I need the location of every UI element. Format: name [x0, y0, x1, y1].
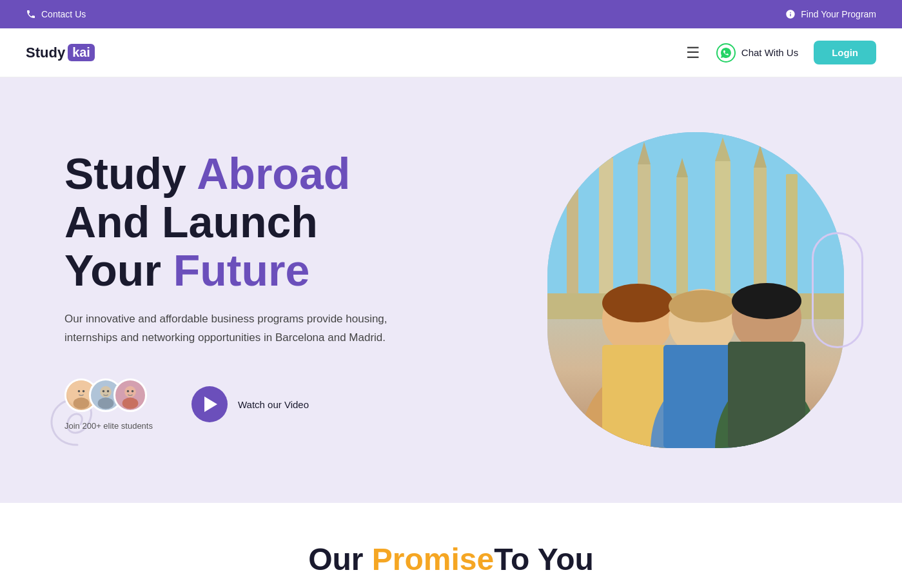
- nav-right: ☰ Chat With Us Login: [686, 41, 876, 64]
- promise-our: Our: [308, 542, 372, 576]
- logo-study-text: Study: [26, 44, 65, 61]
- svg-point-2: [74, 397, 90, 409]
- svg-rect-13: [547, 132, 844, 313]
- promise-highlight: Promise: [372, 542, 494, 576]
- hero-title-launch: And Launch: [64, 197, 318, 246]
- hero-title: Study Abroad And Launch Your Future: [64, 150, 541, 294]
- hero-title-study: Study: [64, 149, 197, 198]
- svg-rect-22: [715, 161, 730, 306]
- hero-bottom-row: Join 200+ elite students Watch our Video: [64, 378, 541, 431]
- svg-point-12: [132, 390, 134, 393]
- hero-section: Study Abroad And Launch Your Future Our …: [0, 77, 902, 503]
- whatsapp-chat-button[interactable]: Chat With Us: [716, 43, 798, 63]
- svg-point-4: [83, 390, 85, 393]
- hamburger-icon[interactable]: ☰: [686, 44, 700, 62]
- play-button[interactable]: [191, 386, 228, 422]
- top-bar-contact[interactable]: Contact Us: [26, 9, 86, 19]
- logo-kai-badge: kai: [68, 44, 95, 61]
- phone-icon: [26, 9, 36, 19]
- svg-point-8: [107, 390, 110, 393]
- svg-rect-18: [638, 164, 651, 303]
- top-bar-find-program[interactable]: Find Your Program: [785, 9, 876, 19]
- watch-video-group[interactable]: Watch our Video: [191, 386, 309, 422]
- hero-image-right: [541, 132, 850, 448]
- login-button[interactable]: Login: [814, 41, 876, 64]
- svg-rect-16: [599, 158, 613, 300]
- contact-label: Contact Us: [41, 9, 86, 19]
- accent-circle-decoration: [812, 232, 863, 348]
- svg-point-40: [602, 284, 673, 355]
- avatars-group: Join 200+ elite students: [64, 378, 153, 431]
- hero-description: Our innovative and affordable business p…: [64, 310, 426, 348]
- hero-title-future: Future: [173, 246, 310, 295]
- svg-point-7: [103, 390, 105, 393]
- svg-point-6: [98, 397, 114, 409]
- svg-point-11: [127, 390, 130, 393]
- info-icon: [785, 9, 796, 19]
- hero-title-abroad: Abroad: [197, 149, 350, 198]
- join-label: Join 200+ elite students: [64, 421, 153, 431]
- svg-rect-14: [567, 171, 578, 300]
- watch-video-label: Watch our Video: [238, 399, 309, 410]
- svg-rect-20: [676, 177, 688, 306]
- navbar: Study kai ☰ Chat With Us Login: [0, 28, 902, 77]
- whatsapp-icon: [716, 43, 736, 63]
- promise-title: Our PromiseTo You: [64, 542, 838, 577]
- avatar-3: [113, 378, 147, 412]
- find-program-label: Find Your Program: [801, 9, 876, 19]
- chat-with-us-label: Chat With Us: [741, 47, 798, 58]
- logo[interactable]: Study kai: [26, 44, 95, 61]
- hero-photo-container: [547, 132, 844, 448]
- avatars-row: [64, 378, 138, 412]
- hero-title-your: Your: [64, 246, 173, 295]
- promise-section: Our PromiseTo You Are you looking to exp…: [0, 503, 902, 588]
- svg-point-3: [78, 390, 81, 393]
- svg-rect-36: [728, 342, 805, 448]
- svg-point-10: [123, 397, 139, 409]
- top-bar: Contact Us Find Your Program: [0, 0, 902, 28]
- svg-point-39: [732, 283, 801, 319]
- svg-point-38: [669, 290, 736, 322]
- hero-content-left: Study Abroad And Launch Your Future Our …: [64, 150, 541, 430]
- promise-to-you: To You: [494, 542, 594, 576]
